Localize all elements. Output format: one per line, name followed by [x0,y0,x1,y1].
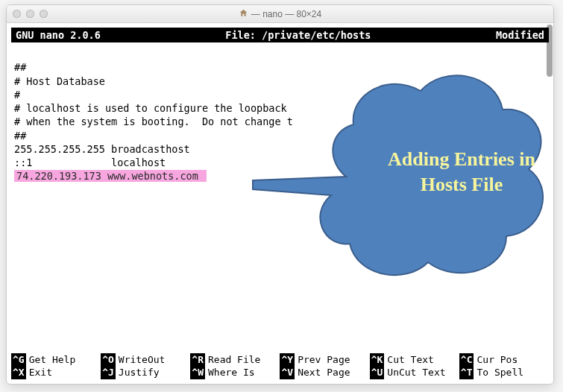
shortcut-label: Where Is [208,366,255,379]
shortcut-key: ^J [101,366,116,379]
shortcut-key: ^G [11,353,26,367]
window-title: — nano — 80×24 [7,8,553,20]
nano-modified-flag: Modified [496,28,544,42]
terminal-area[interactable]: GNU nano 2.0.6 File: /private/etc/hosts … [7,23,553,384]
shortcut-key: ^T [459,366,474,379]
nano-filename: File: /private/etc/hosts [101,28,496,42]
shortcut-label: Cut Text [387,353,434,367]
shortcut-label: To Spell [476,366,523,379]
shortcut-label: Justify [119,366,160,379]
scrollbar-thumb[interactable] [547,25,553,77]
highlighted-entry: 74.220.193.173 www.webnots.com [14,170,207,182]
shortcut-key: ^X [11,366,26,379]
file-line: # [14,89,20,101]
shortcut-label: Cur Pos [476,353,518,367]
file-line: # localhost is used to configure the loo… [14,102,293,114]
file-line: # Host Database [14,75,105,87]
nano-statusbar: GNU nano 2.0.6 File: /private/etc/hosts … [11,28,549,42]
file-line: ## [14,61,26,73]
shortcut-label: UnCut Text [387,366,445,379]
file-line: 255.255.255.255 broadcasthost [14,143,190,155]
shortcut-where-is[interactable]: ^WWhere Is [190,366,280,379]
nano-shortcuts: ^GGet Help ^OWriteOut ^RRead File ^YPrev… [7,352,553,384]
file-line: # when the system is booting. Do not cha… [14,116,293,127]
shortcut-cur-pos[interactable]: ^CCur Pos [459,353,549,367]
window-titlebar: — nano — 80×24 [7,5,553,23]
file-line: ## [14,130,26,142]
shortcut-key: ^C [459,353,474,367]
shortcut-label: Read File [208,353,260,367]
shortcut-to-spell[interactable]: ^TTo Spell [459,366,549,379]
shortcut-get-help[interactable]: ^GGet Help [11,353,101,367]
terminal-window: — nano — 80×24 GNU nano 2.0.6 File: /pri… [6,4,554,385]
shortcut-key: ^O [101,353,116,367]
shortcut-label: WriteOut [119,353,166,367]
scrollbar[interactable] [544,22,554,382]
shortcut-key: ^K [370,353,385,367]
shortcut-key: ^W [190,366,205,379]
shortcut-label: Get Help [29,353,76,367]
shortcut-prev-page[interactable]: ^YPrev Page [280,353,369,367]
nano-version: GNU nano 2.0.6 [16,28,101,42]
shortcut-cut-text[interactable]: ^KCut Text [370,353,459,367]
shortcut-label: Next Page [298,366,350,379]
shortcut-exit[interactable]: ^XExit [11,366,101,379]
shortcut-next-page[interactable]: ^VNext Page [280,366,369,379]
file-line: ::1 localhost [14,157,166,168]
shortcut-uncut-text[interactable]: ^UUnCut Text [370,366,459,379]
editor-content[interactable]: ## # Host Database # # localhost is used… [7,42,553,196]
home-icon [239,8,248,20]
shortcut-read-file[interactable]: ^RRead File [190,353,280,367]
shortcut-key: ^Y [280,353,295,367]
shortcut-label: Prev Page [298,353,350,367]
shortcut-key: ^R [190,353,205,367]
shortcut-label: Exit [29,366,52,379]
shortcut-key: ^V [280,366,295,379]
shortcut-key: ^U [370,366,385,379]
shortcut-writeout[interactable]: ^OWriteOut [101,353,190,367]
shortcut-justify[interactable]: ^JJustify [101,366,190,379]
window-title-text: — nano — 80×24 [251,9,321,19]
